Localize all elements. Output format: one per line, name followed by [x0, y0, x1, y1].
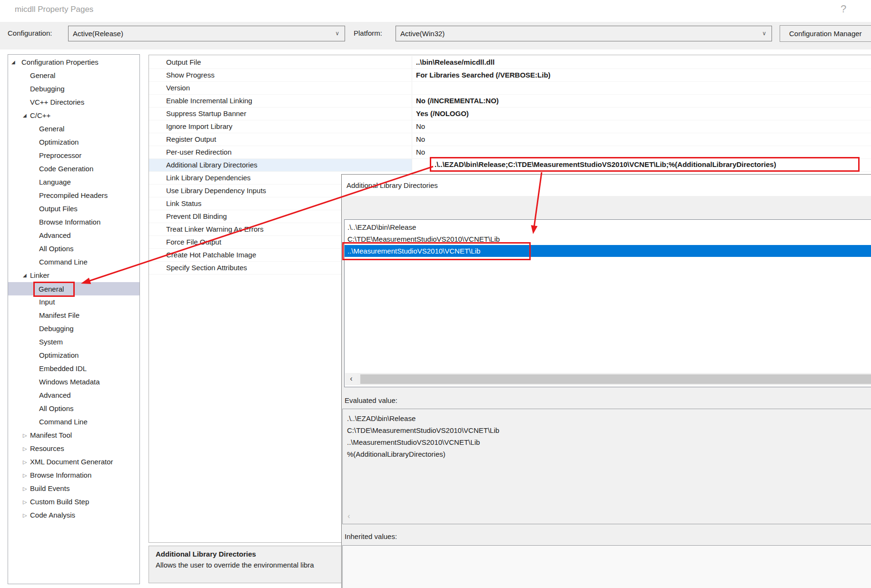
platform-dropdown-value: Active(Win32) — [400, 29, 445, 38]
sidebar-item-precompiled-headers[interactable]: Precompiled Headers — [8, 189, 139, 202]
sidebar-item-label: Code Generation — [39, 165, 93, 173]
additional-library-directories-dialog: Additional Library Directories .\..\EZAD… — [341, 174, 871, 588]
sidebar-item-label: All Options — [39, 245, 74, 253]
sidebar-item-label: Windows Metadata — [39, 378, 100, 386]
sidebar-item-label: Input — [39, 298, 55, 306]
scroll-left-button[interactable]: ‹ — [345, 373, 357, 385]
property-row-enable-incremental-linking[interactable]: Enable Incremental LinkingNo (/INCREMENT… — [149, 95, 871, 108]
sidebar-item-custom-build-step[interactable]: ▷Custom Build Step — [8, 495, 139, 509]
sidebar-item-browse-information[interactable]: ▷Browse Information — [8, 469, 139, 482]
evaluated-value-line: ..\MeasurementStudioVS2010\VCNET\Lib — [347, 436, 871, 448]
horizontal-scrollbar[interactable]: ‹ — [344, 511, 871, 522]
property-name: Ignore Import Library — [149, 120, 412, 133]
configuration-manager-button[interactable]: Configuration Manager — [780, 25, 871, 42]
sidebar-item-label: Browse Information — [39, 218, 100, 226]
inherited-values-label: Inherited values: — [345, 532, 397, 540]
sidebar-item-code-generation[interactable]: Code Generation — [8, 162, 139, 176]
sidebar-item-xml-document-generator[interactable]: ▷XML Document Generator — [8, 455, 139, 469]
property-row-register-output[interactable]: Register OutputNo — [149, 133, 871, 146]
expander-collapsed-icon[interactable]: ▷ — [23, 509, 27, 522]
sidebar-item-label: Optimization — [39, 351, 79, 359]
sidebar-item-advanced[interactable]: Advanced — [8, 229, 139, 242]
sidebar-item-configuration-properties[interactable]: ◢Configuration Properties — [8, 56, 139, 69]
sidebar-item-language[interactable]: Language — [8, 176, 139, 189]
sidebar-item-command-line[interactable]: Command Line — [8, 415, 139, 429]
sidebar-item-general[interactable]: General — [8, 69, 139, 82]
sidebar-item-code-analysis[interactable]: ▷Code Analysis — [8, 509, 139, 522]
expander-collapsed-icon[interactable]: ▷ — [23, 442, 27, 455]
additional-library-directories-value-annotated[interactable]: .\..\EZAD\bin\Release;C:\TDE\Measurement… — [430, 157, 860, 172]
property-name: Output File — [149, 56, 412, 69]
sidebar-item-label: Resources — [30, 444, 64, 452]
property-value[interactable]: No (/INCREMENTAL:NO) — [412, 95, 871, 107]
sidebar-item-c-c[interactable]: ◢C/C++ — [8, 109, 139, 122]
evaluated-value-box: .\..\EZAD\bin\ReleaseC:\TDE\MeasurementS… — [342, 409, 871, 524]
sidebar-item-debugging[interactable]: Debugging — [8, 82, 139, 96]
property-value[interactable]: No — [412, 120, 871, 133]
sidebar-item-manifest-tool[interactable]: ▷Manifest Tool — [8, 429, 139, 442]
sidebar-item-vc-directories[interactable]: VC++ Directories — [8, 96, 139, 109]
sidebar-item-label: Advanced — [39, 231, 71, 239]
sidebar-item-system[interactable]: System — [8, 335, 139, 349]
property-row-suppress-startup-banner[interactable]: Suppress Startup BannerYes (/NOLOGO) — [149, 108, 871, 120]
sidebar-item-preprocessor[interactable]: Preprocessor — [8, 149, 139, 162]
scrollbar-thumb[interactable] — [360, 374, 871, 384]
sidebar-item-label: Linker — [30, 271, 49, 279]
chevron-down-icon: ∨ — [335, 26, 339, 41]
sidebar-item-linker[interactable]: ◢Linker — [8, 269, 139, 282]
sidebar-item-all-options[interactable]: All Options — [8, 242, 139, 255]
sidebar-item-optimization[interactable]: Optimization — [8, 349, 139, 362]
expander-expanded-icon[interactable]: ◢ — [23, 109, 27, 122]
directory-list-item[interactable]: C:\TDE\MeasurementStudioVS2010\VCNET\Lib — [345, 233, 871, 245]
configuration-dropdown[interactable]: Active(Release) ∨ — [68, 26, 345, 41]
property-name: Version — [149, 82, 412, 94]
property-value[interactable]: ..\bin\Release/micdll.dll — [412, 56, 871, 69]
sidebar-item-browse-information[interactable]: Browse Information — [8, 216, 139, 229]
sidebar-item-input[interactable]: Input — [8, 295, 139, 309]
property-name: Suppress Startup Banner — [149, 108, 412, 120]
expander-expanded-icon[interactable]: ◢ — [11, 56, 15, 69]
property-value[interactable]: No — [412, 133, 871, 146]
help-icon[interactable]: ? — [841, 3, 846, 15]
property-row-show-progress[interactable]: Show ProgressFor Libraries Searched (/VE… — [149, 69, 871, 82]
sidebar-item-label: XML Document Generator — [30, 458, 113, 466]
property-row-version[interactable]: Version — [149, 82, 871, 95]
property-value[interactable]: Yes (/NOLOGO) — [412, 108, 871, 120]
sidebar-item-optimization[interactable]: Optimization — [8, 136, 139, 149]
platform-dropdown[interactable]: Active(Win32) ∨ — [396, 26, 772, 41]
expander-expanded-icon[interactable]: ◢ — [23, 269, 27, 282]
sidebar-item-label: Precompiled Headers — [39, 191, 108, 199]
expander-collapsed-icon[interactable]: ▷ — [23, 469, 27, 482]
sidebar-item-label: Configuration Properties — [21, 58, 99, 66]
sidebar-item-manifest-file[interactable]: Manifest File — [8, 309, 139, 322]
expander-collapsed-icon[interactable]: ▷ — [23, 455, 27, 469]
directory-list-item[interactable]: ..\MeasurementStudioVS2010\VCNET\Lib — [345, 245, 871, 257]
property-name: Enable Incremental Linking — [149, 95, 412, 107]
expander-collapsed-icon[interactable]: ▷ — [23, 482, 27, 495]
property-row-ignore-import-library[interactable]: Ignore Import LibraryNo — [149, 120, 871, 133]
property-name: Additional Library Directories — [149, 159, 412, 171]
sidebar-item-all-options[interactable]: All Options — [8, 402, 139, 415]
sidebar-item-general[interactable]: General — [8, 282, 139, 295]
sidebar-item-command-line[interactable]: Command Line — [8, 255, 139, 269]
expander-collapsed-icon[interactable]: ▷ — [23, 429, 27, 442]
sidebar-item-advanced[interactable]: Advanced — [8, 389, 139, 402]
property-row-output-file[interactable]: Output File..\bin\Release/micdll.dll — [149, 56, 871, 69]
sidebar-item-build-events[interactable]: ▷Build Events — [8, 482, 139, 495]
sidebar-item-general[interactable]: General — [8, 122, 139, 136]
sidebar-item-resources[interactable]: ▷Resources — [8, 442, 139, 455]
sidebar-item-embedded-idl[interactable]: Embedded IDL — [8, 362, 139, 375]
sidebar-item-label: Output Files — [39, 205, 78, 213]
scroll-left-button[interactable]: ‹ — [344, 511, 354, 522]
property-value[interactable] — [412, 82, 871, 94]
inherited-values-box[interactable] — [342, 545, 871, 588]
sidebar-item-label: Debugging — [39, 324, 74, 333]
expander-collapsed-icon[interactable]: ▷ — [23, 495, 27, 509]
sidebar-item-debugging[interactable]: Debugging — [8, 322, 139, 335]
property-value[interactable]: For Libraries Searched (/VERBOSE:Lib) — [412, 69, 871, 81]
directory-list-item[interactable]: .\..\EZAD\bin\Release — [345, 221, 871, 233]
sidebar-item-output-files[interactable]: Output Files — [8, 202, 139, 216]
sidebar-item-windows-metadata[interactable]: Windows Metadata — [8, 375, 139, 389]
horizontal-scrollbar[interactable]: ‹ — [345, 373, 871, 385]
configuration-dropdown-value: Active(Release) — [73, 29, 123, 38]
